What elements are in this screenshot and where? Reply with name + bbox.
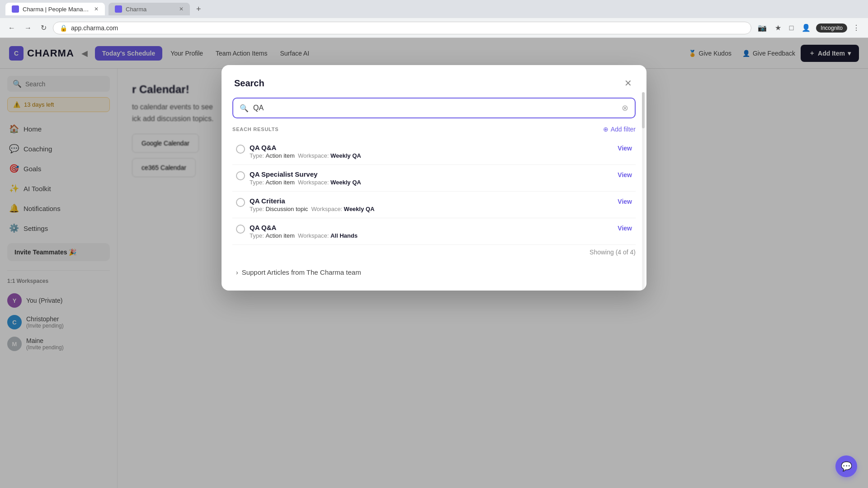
address-text: app.charma.com [71, 24, 118, 32]
browser-tab-2[interactable]: Charma ✕ [108, 3, 190, 15]
address-bar[interactable]: 🔒 app.charma.com [53, 22, 751, 34]
result-left-1: QA Q&A Type: Action item Workspace: Week… [236, 144, 361, 159]
result-item-3: QA Criteria Type: Discussion topic Works… [232, 192, 636, 218]
reload-button[interactable]: ↻ [38, 22, 49, 34]
result-title-2: QA Specialist Survey [250, 170, 361, 178]
result-type-2: Action item [265, 179, 294, 186]
tab1-favicon [12, 5, 19, 13]
bookmark-icon[interactable]: ★ [772, 22, 784, 34]
results-label: SEACH RESULTS [232, 127, 278, 132]
result-meta-2: Type: Action item Workspace: Weekly QA [250, 179, 361, 186]
result-info-4: QA Q&A Type: Action item Workspace: All … [250, 224, 358, 239]
result-item-4: QA Q&A Type: Action item Workspace: All … [232, 218, 636, 245]
results-header: SEACH RESULTS ⊕ Add filter [232, 126, 636, 133]
result-info-1: QA Q&A Type: Action item Workspace: Week… [250, 144, 361, 159]
result-info-2: QA Specialist Survey Type: Action item W… [250, 170, 361, 186]
result-meta-4: Type: Action item Workspace: All Hands [250, 232, 358, 239]
result-left-4: QA Q&A Type: Action item Workspace: All … [236, 224, 358, 239]
support-section: › Support Articles from The Charma team [232, 261, 636, 283]
tab1-close-icon[interactable]: ✕ [94, 6, 99, 12]
result-info-3: QA Criteria Type: Discussion topic Works… [250, 197, 374, 212]
result-workspace-1: Weekly QA [330, 152, 361, 159]
new-tab-button[interactable]: + [193, 5, 204, 14]
result-workspace-4: All Hands [330, 232, 358, 239]
add-filter-label: Add filter [611, 126, 636, 133]
browser-toolbar: ← → ↻ 🔒 app.charma.com 📷 ★ □ 👤 Incognito… [0, 18, 868, 38]
result-view-btn-4[interactable]: View [618, 225, 632, 232]
tab2-close-icon[interactable]: ✕ [179, 6, 184, 12]
result-meta-1: Type: Action item Workspace: Weekly QA [250, 152, 361, 159]
result-view-btn-2[interactable]: View [618, 171, 632, 178]
result-left-3: QA Criteria Type: Discussion topic Works… [236, 197, 374, 212]
result-title-3: QA Criteria [250, 197, 374, 205]
result-type-4: Action item [265, 232, 294, 239]
chat-icon: 💬 [841, 461, 852, 472]
result-type-3: Discussion topic [265, 206, 308, 212]
search-modal: Search ✕ 🔍 ⊗ SEACH RESULTS ⊕ Add filter [222, 65, 646, 291]
modal-title: Search [234, 78, 264, 89]
result-check-2 [236, 171, 245, 180]
chevron-right-icon: › [236, 269, 238, 276]
modal-search-clear-button[interactable]: ⊗ [622, 103, 628, 113]
camera-off-icon[interactable]: 📷 [755, 22, 769, 34]
result-item-1: QA Q&A Type: Action item Workspace: Week… [232, 138, 636, 165]
browser-toolbar-icons: 📷 ★ □ 👤 Incognito ⋮ [755, 22, 863, 34]
browser-titlebar: Charma | People Management S... ✕ Charma… [0, 0, 868, 18]
modal-search-icon: 🔍 [240, 104, 249, 113]
result-meta-3: Type: Discussion topic Workspace: Weekly… [250, 206, 374, 212]
scrollbar-track [642, 92, 645, 291]
result-item-2: QA Specialist Survey Type: Action item W… [232, 165, 636, 192]
result-view-btn-1[interactable]: View [618, 145, 632, 152]
extension-icon[interactable]: □ [787, 22, 797, 34]
incognito-badge: Incognito [816, 23, 847, 33]
result-workspace-3: Weekly QA [344, 206, 375, 212]
result-check-3 [236, 198, 245, 207]
modal-search-input[interactable] [253, 104, 617, 112]
add-filter-button[interactable]: ⊕ Add filter [603, 126, 636, 133]
tab2-title: Charma [126, 6, 146, 13]
result-left-2: QA Specialist Survey Type: Action item W… [236, 170, 361, 186]
menu-icon[interactable]: ⋮ [850, 22, 863, 34]
result-workspace-2: Weekly QA [330, 179, 361, 186]
scrollbar-thumb [642, 92, 645, 128]
result-title-1: QA Q&A [250, 144, 361, 151]
support-label: Support Articles from The Charma team [242, 268, 361, 276]
support-toggle-button[interactable]: › Support Articles from The Charma team [232, 265, 636, 280]
browser-chrome: Charma | People Management S... ✕ Charma… [0, 0, 868, 38]
modal-header: Search ✕ [222, 65, 646, 98]
showing-text: Showing (4 of 4) [232, 245, 636, 261]
modal-search-box: 🔍 ⊗ [232, 98, 636, 118]
result-title-4: QA Q&A [250, 224, 358, 231]
modal-overlay[interactable]: Search ✕ 🔍 ⊗ SEACH RESULTS ⊕ Add filter [0, 38, 868, 488]
lock-icon: 🔒 [60, 24, 67, 32]
modal-scrollbar[interactable] [642, 92, 645, 291]
modal-close-button[interactable]: ✕ [623, 76, 634, 90]
back-button[interactable]: ← [5, 22, 18, 34]
forward-button[interactable]: → [22, 22, 34, 34]
tab2-favicon [115, 5, 122, 13]
result-check-4 [236, 225, 245, 234]
profile-icon[interactable]: 👤 [799, 22, 813, 34]
modal-body: SEACH RESULTS ⊕ Add filter QA Q&A Type: … [222, 126, 646, 291]
browser-tab-1[interactable]: Charma | People Management S... ✕ [5, 3, 105, 15]
result-view-btn-3[interactable]: View [618, 198, 632, 205]
result-type-1: Action item [265, 152, 294, 159]
chat-bubble-button[interactable]: 💬 [835, 455, 857, 477]
plus-circle-icon: ⊕ [603, 126, 609, 133]
modal-search-wrapper: 🔍 ⊗ [222, 98, 646, 126]
tab1-title: Charma | People Management S... [23, 6, 90, 13]
result-check-1 [236, 145, 245, 154]
